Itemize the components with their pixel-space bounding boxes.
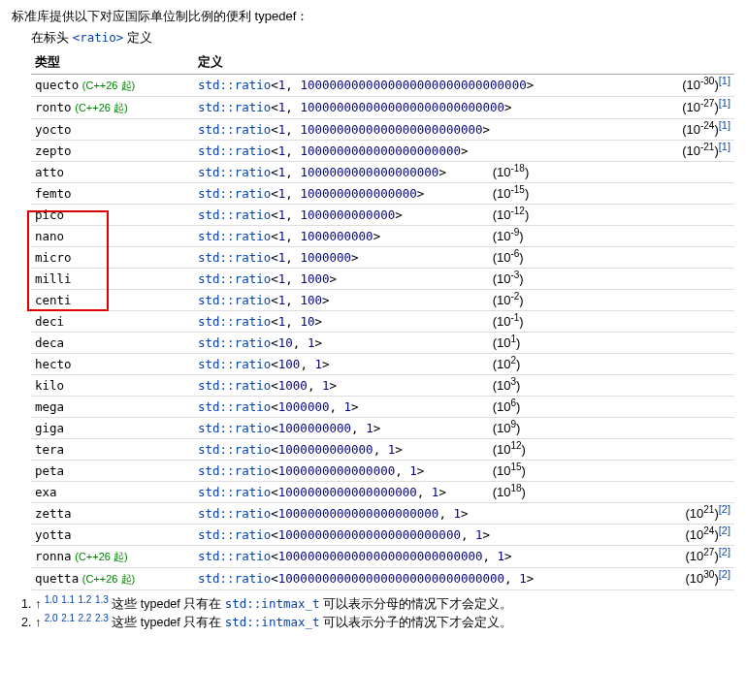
- ratio-link[interactable]: std::ratio: [198, 399, 271, 414]
- type-cell: deci: [31, 311, 194, 333]
- footnote-backref[interactable]: 2.1: [61, 613, 75, 623]
- ratio-link[interactable]: std::ratio: [198, 314, 271, 329]
- ratio-denominator: 1: [409, 463, 417, 478]
- ratio-link[interactable]: std::ratio: [198, 357, 271, 371]
- table-row: exastd::ratio<1000000000000000000, 1> (1…: [31, 482, 734, 503]
- ratio-header-link[interactable]: <ratio>: [73, 30, 124, 45]
- ratio-link[interactable]: std::ratio: [198, 378, 271, 393]
- ratio-numerator: 1000000000000000000000000: [278, 527, 461, 542]
- ratio-link[interactable]: std::ratio: [198, 250, 271, 265]
- definition-cell: std::ratio<1000000000000000000000, 1> (1…: [194, 503, 734, 525]
- power-of-ten: (103): [493, 378, 521, 393]
- ratio-link[interactable]: std::ratio: [198, 335, 271, 350]
- footnote-ref[interactable]: [2]: [719, 568, 730, 580]
- footnote-ref[interactable]: [2]: [719, 525, 730, 536]
- ratio-link[interactable]: std::ratio: [198, 229, 271, 243]
- ratio-denominator: 1000000000: [300, 229, 373, 243]
- footnote-ref[interactable]: [1]: [719, 141, 730, 152]
- definition-cell: std::ratio<1, 100> (10-2): [194, 290, 734, 311]
- typedef-name: atto: [35, 165, 64, 179]
- typedef-name: femto: [35, 186, 72, 201]
- footnote-ref[interactable]: [1]: [719, 119, 730, 131]
- power-of-ten: (10-1): [493, 314, 524, 329]
- ratio-link[interactable]: std::ratio: [198, 78, 271, 92]
- footnote-backref[interactable]: 2.2: [79, 613, 92, 623]
- type-cell: peta: [31, 461, 194, 482]
- ratio-link[interactable]: std::ratio: [198, 293, 271, 307]
- footnote-text-suffix: 可以表示分母的情况下才会定义。: [320, 597, 512, 611]
- ratio-numerator: 1: [278, 186, 286, 201]
- ratio-expression: std::ratio<1000000, 1>: [198, 399, 489, 414]
- definition-cell: std::ratio<1000000000000000000000000, 1>…: [194, 525, 734, 546]
- power-of-ten: (10-15): [493, 186, 530, 201]
- ratio-denominator: 1000000: [300, 250, 351, 265]
- ratio-link[interactable]: std::ratio: [198, 527, 271, 542]
- ratio-expression: std::ratio<1, 1000000000>: [198, 229, 489, 243]
- since-mark: (C++26 起): [75, 551, 127, 562]
- definition-cell: std::ratio<1000, 1> (103): [194, 375, 734, 397]
- ratio-denominator: 1000000000000000000000000000000: [300, 78, 526, 92]
- ratio-link[interactable]: std::ratio: [198, 442, 271, 457]
- ratio-link[interactable]: std::ratio: [198, 271, 271, 286]
- ratio-link[interactable]: std::ratio: [198, 207, 271, 222]
- power-of-ten: (1021): [686, 506, 719, 521]
- ratio-link[interactable]: std::ratio: [198, 165, 271, 179]
- footnote-backref[interactable]: 1.3: [95, 594, 109, 605]
- table-row: millistd::ratio<1, 1000> (10-3): [31, 269, 734, 290]
- ratio-link[interactable]: std::ratio: [198, 100, 271, 114]
- definition-cell: std::ratio<1000000, 1> (106): [194, 397, 734, 418]
- power-of-ten: (10-18): [493, 165, 530, 179]
- typedef-name: mega: [35, 399, 64, 414]
- footnote-backref[interactable]: 1.0: [45, 594, 58, 605]
- definition-cell: std::ratio<1, 1000000000> (10-9): [194, 226, 734, 247]
- since-mark: (C++26 起): [75, 102, 127, 113]
- power-of-ten: (10-21): [682, 143, 719, 158]
- ratio-denominator: 1000000000000000: [300, 186, 416, 201]
- typedef-name: hecto: [35, 357, 72, 371]
- footnote: ↑ 1.0 1.1 1.2 1.3 这些 typedef 只有在 std::in…: [35, 596, 734, 613]
- definition-cell: std::ratio<1000000000000000, 1> (1015): [194, 461, 734, 482]
- power-of-ten: (1015): [493, 463, 526, 478]
- ratio-link[interactable]: std::ratio: [198, 463, 271, 478]
- definition-cell: std::ratio<1, 1000000000000000000000000>…: [194, 119, 734, 141]
- footnote-backref[interactable]: 1.1: [61, 594, 75, 605]
- footnote-backref[interactable]: 2.0: [45, 613, 58, 623]
- table-row: kilostd::ratio<1000, 1> (103): [31, 375, 734, 397]
- ratio-link[interactable]: std::ratio: [198, 571, 271, 586]
- table-row: petastd::ratio<1000000000000000, 1> (101…: [31, 461, 734, 482]
- definition-cell: std::ratio<1000000000000, 1> (1012): [194, 439, 734, 461]
- power-of-ten: (1012): [493, 442, 526, 457]
- footnote-ref[interactable]: [1]: [719, 75, 730, 86]
- ratio-denominator: 1: [432, 485, 439, 499]
- ratio-numerator: 100: [278, 357, 301, 371]
- ratio-link[interactable]: std::ratio: [198, 143, 271, 158]
- intmax-link[interactable]: std::intmax_t: [225, 615, 320, 629]
- ratio-link[interactable]: std::ratio: [198, 506, 271, 521]
- type-cell: ronna (C++26 起): [31, 546, 194, 568]
- ratio-numerator: 1000: [278, 378, 308, 393]
- power-of-ten: (10-9): [493, 229, 524, 243]
- ratio-link[interactable]: std::ratio: [198, 485, 271, 499]
- power-of-ten: (10-3): [493, 271, 524, 286]
- type-cell: femto: [31, 183, 194, 205]
- footnote-ref[interactable]: [2]: [719, 546, 730, 557]
- ratio-link[interactable]: std::ratio: [198, 186, 271, 201]
- definition-cell: std::ratio<100, 1> (102): [194, 354, 734, 375]
- footnote-backref[interactable]: 1.2: [79, 594, 92, 605]
- definition-cell: std::ratio<10, 1> (101): [194, 333, 734, 354]
- footnote-text-suffix: 可以表示分子的情况下才会定义。: [320, 616, 512, 629]
- ratio-link[interactable]: std::ratio: [198, 549, 271, 563]
- definition-cell: std::ratio<1, 10000000000000000000000000…: [194, 97, 734, 119]
- power-of-ten: (1018): [493, 485, 526, 499]
- intmax-link[interactable]: std::intmax_t: [225, 596, 320, 611]
- typedef-name: quetta: [35, 571, 79, 586]
- table-row: zettastd::ratio<1000000000000000000000, …: [31, 503, 734, 525]
- typedef-name: zetta: [35, 506, 72, 521]
- footnote-ref[interactable]: [2]: [719, 503, 730, 515]
- footnote-backref[interactable]: 2.3: [95, 613, 109, 623]
- footnote-ref[interactable]: [1]: [719, 97, 730, 109]
- type-cell: hecto: [31, 354, 194, 375]
- ratio-link[interactable]: std::ratio: [198, 421, 271, 435]
- ratio-link[interactable]: std::ratio: [198, 122, 271, 137]
- ratio-typedef-table: 类型 定义 quecto (C++26 起)std::ratio<1, 1000…: [31, 50, 734, 590]
